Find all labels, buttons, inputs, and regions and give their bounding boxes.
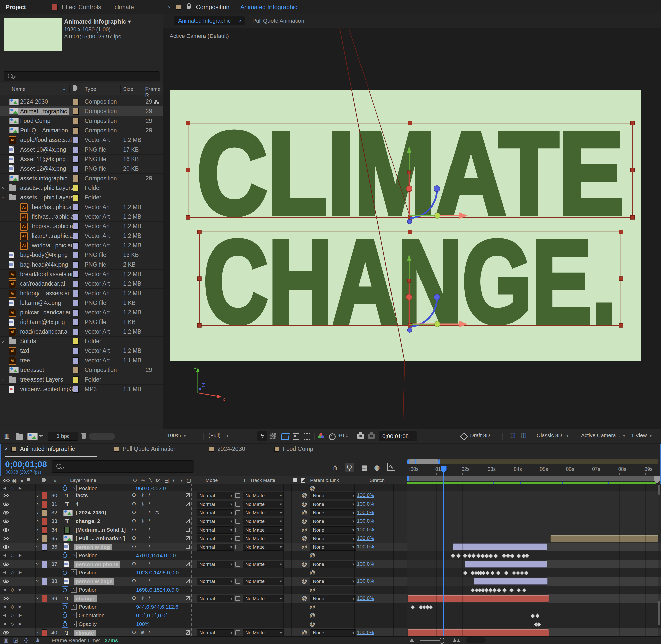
property-value[interactable]: 1028.0,1496.0,0.0	[136, 570, 179, 576]
graph-toggle-icon[interactable]: ∿	[71, 621, 77, 627]
layer-duration-track[interactable]	[407, 534, 658, 543]
project-item-row[interactable]: Aifrog/as...aphic.aiVector Art1.2 MB	[0, 222, 163, 231]
keyframe-diamond[interactable]	[456, 553, 461, 558]
layer-quality-switch[interactable]: /	[149, 518, 150, 524]
track-matte-icon[interactable]	[235, 630, 240, 635]
keyframe-diamond[interactable]	[493, 553, 498, 558]
layer-3d-switch[interactable]	[186, 502, 190, 506]
timeline-tab[interactable]: Food Comp	[274, 445, 313, 452]
stretch-value[interactable]: 100.0%	[357, 492, 374, 498]
project-item-row[interactable]: Pull Q... AnimationComposition29	[0, 125, 163, 135]
label-color-swatch[interactable]	[73, 281, 79, 287]
transparency-grid-icon[interactable]	[270, 433, 276, 439]
next-keyframe-icon[interactable]: ▶	[19, 613, 22, 618]
layer-label-swatch[interactable]	[42, 595, 47, 602]
project-item-row[interactable]: 2024-2030Composition29	[0, 97, 163, 107]
property-pickwhip-icon[interactable]: @	[310, 612, 315, 619]
project-item-name[interactable]: voiceov...edited.mp3	[20, 386, 73, 393]
layer-quality-switch[interactable]: /	[149, 501, 150, 507]
next-keyframe-icon[interactable]: ▶	[19, 486, 22, 490]
keyframe-diamond[interactable]	[488, 553, 493, 558]
parent-pickwhip-icon[interactable]: @	[302, 518, 307, 525]
layer-label-swatch[interactable]	[42, 509, 47, 516]
track-matte-dropdown[interactable]: No Matte▾	[242, 535, 284, 542]
keyframe-diamond[interactable]	[502, 588, 507, 592]
property-keyframe-track[interactable]	[407, 611, 658, 620]
column-stretch[interactable]: Stretch	[370, 478, 385, 483]
layer-name[interactable]: [Medium...n Solid 1]	[76, 527, 125, 533]
project-item-name[interactable]: rightarm@4x.png	[20, 319, 65, 325]
label-color-swatch[interactable]	[73, 386, 79, 393]
expand-layer-icon[interactable]: ›	[37, 509, 39, 515]
layer-row[interactable]: ›40TclimateϘ✳/Normal▾No Matte▾@None▾100.…	[0, 628, 661, 637]
layer-row[interactable]: ›36person w dogϘ/Normal▾No Matte▾@None▾1…	[0, 543, 661, 551]
layer-shy-switch[interactable]: Ϙ	[132, 595, 136, 601]
layer-3d-switch[interactable]	[186, 536, 190, 540]
timeline-tab[interactable]: ×Animated Infographic≡	[4, 445, 82, 452]
work-area-start-handle[interactable]	[407, 476, 409, 481]
tab-composition-name[interactable]: Animated Infographic	[240, 3, 298, 10]
layer-quality-switch[interactable]: /	[149, 578, 150, 584]
label-color-swatch[interactable]	[73, 118, 79, 124]
extended-viewer-icon[interactable]: ◫	[521, 432, 527, 439]
switch-3d-icon[interactable]: ▢	[187, 478, 191, 483]
keyframe-diamond[interactable]	[410, 605, 415, 610]
layer-shy-switch[interactable]: Ϙ	[132, 630, 136, 635]
tab-composition[interactable]: Composition	[196, 3, 230, 10]
label-color-swatch[interactable]	[73, 338, 79, 345]
layer-duration-track[interactable]	[407, 526, 658, 534]
expand-layer-icon[interactable]: ›	[37, 518, 39, 524]
layer-duration-bar[interactable]	[550, 535, 658, 542]
column-size[interactable]: Size	[123, 86, 133, 92]
project-item-name[interactable]: frog/as...aphic.ai	[32, 223, 74, 230]
label-color-swatch[interactable]	[73, 271, 79, 278]
project-item-row[interactable]: bag-body@4x.pngPNG file13 KB	[0, 250, 163, 260]
project-item-name[interactable]: world/a...phic.ai	[32, 242, 72, 249]
parent-pickwhip-icon[interactable]: @	[302, 501, 307, 507]
expand-layer-icon[interactable]: ›	[37, 501, 39, 507]
layer-mode-dropdown[interactable]: Normal▾	[197, 629, 234, 637]
delete-item-icon[interactable]	[81, 433, 86, 439]
project-item-row[interactable]: bag-head@4x.pngPNG file2 KB	[0, 260, 163, 270]
switch-fx-icon[interactable]: fx	[156, 478, 160, 483]
track-matte-icon[interactable]	[235, 510, 240, 515]
solo-column-icon[interactable]: ●	[20, 478, 23, 484]
stretch-value[interactable]: 100.0%	[357, 630, 374, 636]
layer-row[interactable]: ›31T4Ϙ✳/Normal▾No Matte▾@None▾100.0%	[0, 500, 661, 509]
layer-mode-dropdown[interactable]: Normal▾	[197, 518, 234, 525]
layer-duration-track[interactable]	[407, 628, 658, 637]
property-pickwhip-icon[interactable]: @	[310, 569, 315, 576]
layer-quality-switch[interactable]: /	[149, 535, 150, 541]
previous-keyframe-icon[interactable]: ◀	[3, 570, 6, 575]
property-name[interactable]: Position	[79, 587, 98, 593]
layer-name[interactable]: climate	[74, 630, 96, 636]
layer-quality-switch[interactable]: /	[149, 510, 150, 515]
track-matte-icon[interactable]	[235, 579, 240, 584]
add-keyframe-icon[interactable]: ◇	[10, 552, 14, 558]
layer-duration-track[interactable]	[407, 508, 658, 517]
layer-label-swatch[interactable]	[42, 527, 47, 533]
layer-effects-switch[interactable]: ✳	[141, 501, 145, 507]
expand-folder-icon[interactable]: ›	[2, 185, 4, 191]
layer-3d-switch[interactable]	[186, 545, 190, 549]
stopwatch-icon[interactable]	[62, 552, 68, 559]
layer-3d-switch[interactable]	[186, 562, 190, 566]
project-item-name[interactable]: assets-infographic	[20, 175, 67, 182]
track-matte-icon[interactable]	[235, 536, 240, 541]
track-matte-dropdown[interactable]: No Matte▾	[242, 544, 284, 551]
track-matte-icon[interactable]	[235, 545, 240, 549]
stretch-value[interactable]: 100.0%	[357, 578, 374, 584]
parent-pickwhip-icon[interactable]: @	[302, 561, 307, 567]
project-item-name[interactable]: apple/food assets.ai	[20, 137, 72, 143]
project-item-name[interactable]: assets-...phic Layers	[20, 185, 73, 191]
sort-ascending-icon[interactable]: ▲	[62, 87, 66, 91]
label-color-swatch[interactable]	[73, 98, 79, 105]
project-item-row[interactable]: ›treeasset LayersFolder	[0, 375, 163, 385]
project-item-name[interactable]: taxi	[20, 347, 29, 354]
project-bit-depth-button[interactable]: 8 bpc	[48, 432, 78, 440]
project-item-name[interactable]: car/roadandcar.ai	[20, 280, 65, 287]
layer-quality-switch[interactable]: /	[149, 527, 150, 532]
project-item-row[interactable]: Aiapple/food assets.aiVector Art1.2 MB	[0, 135, 163, 145]
property-row[interactable]: ◀◇▶∿Opacity100%@	[0, 620, 661, 629]
collapse-layer-icon[interactable]: ›	[35, 580, 41, 582]
